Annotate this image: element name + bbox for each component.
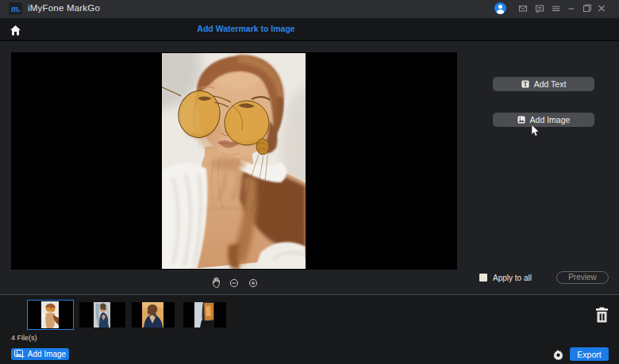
svg-text:T: T bbox=[523, 81, 528, 88]
svg-text:m: m bbox=[11, 5, 18, 13]
